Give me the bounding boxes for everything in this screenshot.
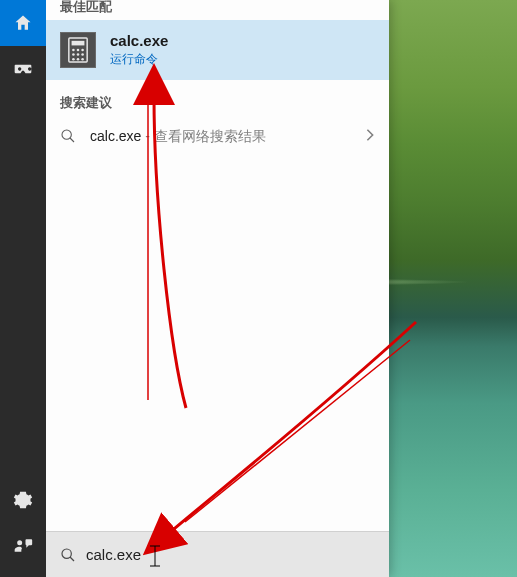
svg-point-6: [77, 53, 80, 56]
start-sidebar: [0, 0, 46, 577]
search-input[interactable]: [86, 546, 375, 563]
feedback-button[interactable]: [0, 523, 46, 569]
suggestions-header: 搜索建议: [46, 80, 389, 118]
svg-line-14: [70, 557, 74, 561]
svg-point-5: [72, 53, 75, 56]
suggestion-item[interactable]: calc.exe - 查看网络搜索结果: [46, 118, 389, 156]
svg-point-3: [77, 49, 80, 52]
best-match-result[interactable]: calc.exe 运行命令: [46, 20, 389, 80]
start-search-panel: 最佳匹配 calc.exe 运行命令 搜索建议 calc.exe - 查看网络搜…: [46, 0, 389, 577]
svg-line-12: [70, 138, 74, 142]
search-bar[interactable]: [46, 531, 389, 577]
settings-button[interactable]: [0, 477, 46, 523]
svg-point-2: [72, 49, 75, 52]
home-button[interactable]: [0, 0, 46, 46]
suggestion-text: calc.exe - 查看网络搜索结果: [90, 128, 353, 146]
best-match-header: 最佳匹配: [46, 0, 389, 20]
chevron-right-icon: [365, 128, 375, 146]
svg-point-4: [81, 49, 84, 52]
search-icon: [60, 547, 76, 563]
best-match-title: calc.exe: [110, 32, 168, 49]
calculator-icon: [60, 32, 96, 68]
svg-point-8: [72, 58, 75, 61]
svg-rect-1: [72, 41, 85, 46]
best-match-subtitle: 运行命令: [110, 51, 168, 68]
person-chat-icon: [13, 536, 33, 556]
svg-point-13: [62, 549, 71, 558]
gear-icon: [13, 490, 33, 510]
svg-point-10: [81, 58, 84, 61]
vr-button[interactable]: [0, 46, 46, 92]
svg-point-9: [77, 58, 80, 61]
svg-point-7: [81, 53, 84, 56]
svg-point-11: [62, 130, 71, 139]
search-icon: [60, 128, 78, 146]
home-icon: [13, 13, 33, 33]
vr-icon: [13, 59, 33, 79]
